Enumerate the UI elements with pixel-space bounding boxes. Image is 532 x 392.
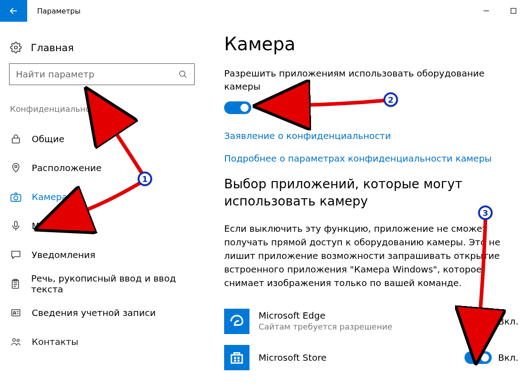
sidebar: Главная Найти параметр Конфиденциальност… (0, 22, 201, 392)
svg-point-21 (17, 339, 19, 342)
app-store-toggle[interactable] (465, 351, 492, 364)
maximize-icon (510, 8, 517, 14)
window-controls (477, 4, 532, 18)
microphone-icon (10, 220, 22, 231)
svg-rect-23 (238, 357, 240, 359)
sidebar-item-notifications[interactable]: Уведомления (9, 240, 201, 269)
location-icon (10, 163, 22, 173)
svg-rect-5 (12, 138, 19, 143)
category-header: Конфиденциальность (9, 104, 201, 114)
speech-bubble-icon (10, 249, 22, 260)
svg-point-17 (14, 311, 15, 313)
sidebar-item-general[interactable]: Общие (9, 124, 201, 153)
sidebar-item-contacts[interactable]: Контакты (9, 327, 201, 356)
sidebar-item-label: Уведомления (32, 249, 96, 260)
sidebar-item-speech[interactable]: Речь, рукописный ввод и ввод текста (9, 269, 201, 298)
sidebar-item-label: Расположение (32, 163, 101, 173)
allow-apps-description: Разрешить приложениям использовать обору… (224, 67, 518, 93)
svg-rect-16 (12, 310, 20, 316)
sidebar-item-account[interactable]: Сведения учетной записи (9, 298, 201, 327)
window-title: Параметры (37, 7, 81, 15)
sidebar-item-label: Микрофон (32, 220, 81, 231)
privacy-more-link[interactable]: Подробнее о параметрах конфиденциальност… (224, 153, 518, 164)
minimize-icon (483, 8, 489, 14)
minimize-button[interactable] (477, 4, 496, 18)
sidebar-item-label: Сведения учетной записи (32, 307, 156, 318)
choose-apps-heading: Выбор приложений, которые могут использо… (224, 176, 518, 210)
camera-master-toggle[interactable] (224, 101, 251, 114)
app-name: Microsoft Store (259, 352, 455, 363)
account-card-icon (10, 307, 22, 318)
store-icon (224, 345, 249, 370)
choose-apps-description: Если выключить эту функцию, приложение н… (224, 222, 518, 290)
app-row-store: Microsoft Store Вкл. (224, 339, 518, 376)
sidebar-item-label: Общие (32, 134, 64, 144)
svg-rect-7 (11, 195, 21, 201)
app-edge-toggle[interactable] (465, 315, 492, 328)
lock-icon (10, 134, 22, 144)
edge-icon (224, 309, 249, 334)
svg-rect-9 (14, 221, 17, 227)
svg-point-3 (180, 71, 185, 76)
search-input[interactable]: Найти параметр (9, 63, 195, 85)
svg-line-4 (184, 76, 186, 77)
sidebar-item-camera[interactable]: Камера (9, 182, 201, 211)
svg-point-8 (14, 196, 18, 200)
sidebar-item-label: Камера (32, 191, 67, 202)
arrow-left-icon (8, 5, 19, 16)
app-toggle-label: Вкл. (498, 352, 518, 363)
home-label: Главная (31, 42, 74, 53)
home-button[interactable]: Главная (9, 37, 201, 63)
svg-rect-25 (238, 359, 240, 362)
privacy-statement-link[interactable]: Заявление о конфиденциальности (224, 130, 518, 141)
svg-point-20 (13, 339, 15, 341)
people-icon (10, 336, 22, 347)
svg-rect-22 (234, 357, 236, 359)
app-name: Microsoft Edge (259, 310, 455, 321)
back-button[interactable] (0, 0, 27, 22)
app-row-edge: Microsoft Edge Сайтам требуется разрешен… (224, 303, 518, 339)
sidebar-item-microphone[interactable]: Микрофон (9, 211, 201, 240)
main-panel: Камера Разрешить приложениям использоват… (201, 22, 532, 392)
title-bar: Параметры (0, 0, 532, 22)
clipboard-icon (10, 278, 21, 289)
app-toggle-label: Вкл. (498, 316, 518, 327)
maximize-button[interactable] (504, 4, 523, 18)
sidebar-item-location[interactable]: Расположение (9, 153, 201, 182)
camera-icon (10, 191, 22, 203)
page-title: Камера (224, 33, 518, 54)
gear-icon (10, 42, 22, 53)
sidebar-item-label: Контакты (32, 336, 78, 347)
svg-point-2 (14, 46, 18, 49)
svg-rect-24 (234, 359, 236, 362)
svg-rect-1 (511, 9, 516, 14)
sidebar-item-label: Речь, рукописный ввод и ввод текста (31, 273, 201, 295)
search-icon (178, 69, 188, 79)
svg-point-6 (15, 166, 17, 168)
search-placeholder: Найти параметр (16, 69, 178, 80)
camera-master-toggle-label: Вкл. (259, 102, 280, 113)
app-subtitle: Сайтам требуется разрешение (259, 321, 455, 332)
